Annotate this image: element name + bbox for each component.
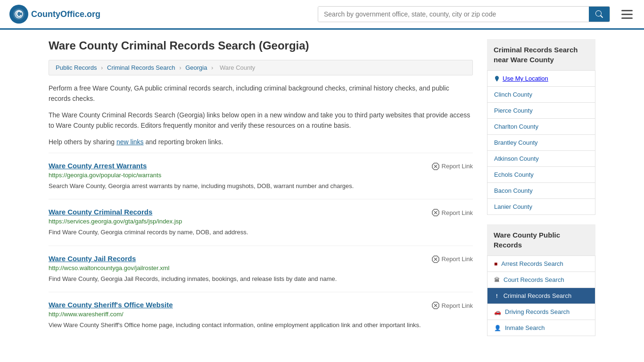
public-record-link[interactable]: Criminal Records Search: [504, 292, 572, 299]
public-records-list: ■Arrest Records Search🏛Court Records Sea…: [487, 255, 595, 336]
record-item: Ware County Criminal Records Report Link…: [49, 199, 473, 246]
breadcrumb-separator: ›: [101, 64, 103, 71]
nearby-county-link[interactable]: Clinch County: [494, 91, 532, 98]
octagon-icon: [432, 255, 439, 263]
records-container: Ware County Arrest Warrants Report Link …: [49, 153, 473, 338]
use-my-location[interactable]: Use My Location: [487, 70, 595, 86]
record-item: Ware County Arrest Warrants Report Link …: [49, 153, 473, 199]
record-desc: Search Ware County, Georgia arrest warra…: [49, 181, 473, 191]
description-3-text: Help others by sharing: [49, 138, 115, 146]
search-icon: [595, 10, 603, 18]
menu-icon-line: [621, 10, 633, 11]
nearby-county-link[interactable]: Lanier County: [494, 203, 532, 210]
nearby-county-item: Echols County: [487, 167, 595, 183]
nearby-county-link[interactable]: Pierce County: [494, 107, 533, 114]
logo-icon: C: [9, 5, 28, 24]
sidebar: Criminal Records Search near Ware County…: [487, 39, 595, 338]
nearby-county-link[interactable]: Atkinson County: [494, 155, 539, 162]
report-label: Report Link: [442, 255, 473, 263]
nearby-section-title: Criminal Records Search near Ware County: [494, 46, 578, 64]
nearby-county-link[interactable]: Bacon County: [494, 187, 533, 194]
menu-icon-line: [621, 17, 633, 19]
record-url: https://georgia.gov/popular-topic/warran…: [49, 172, 473, 179]
record-title[interactable]: Ware County Sheriff's Office Website: [49, 301, 173, 309]
description-2: The Ware County Criminal Records Search …: [49, 110, 473, 131]
nearby-county-link[interactable]: Echols County: [494, 171, 534, 178]
nearby-county-item: Lanier County: [487, 199, 595, 214]
breadcrumb-public-records[interactable]: Public Records: [56, 64, 97, 71]
octagon-icon: [432, 163, 439, 170]
nearby-county-link[interactable]: Brantley County: [494, 139, 538, 146]
record-title[interactable]: Ware County Criminal Records: [49, 208, 152, 216]
record-header: Ware County Sheriff's Office Website Rep…: [49, 301, 473, 311]
breadcrumb-current: Ware County: [220, 64, 255, 71]
record-url: http://www.waresheriff.com/: [49, 311, 473, 318]
public-record-link[interactable]: Driving Records Search: [505, 308, 570, 315]
record-title[interactable]: Ware County Jail Records: [49, 255, 136, 263]
public-record-link[interactable]: Court Records Search: [504, 276, 564, 283]
arrest-icon: ■: [494, 261, 497, 267]
public-record-item[interactable]: 🏛Court Records Search: [487, 272, 595, 288]
description-3: Help others by sharing new links and rep…: [49, 137, 473, 147]
public-record-item[interactable]: !Criminal Records Search: [487, 288, 595, 304]
use-location-link[interactable]: Use My Location: [503, 75, 548, 82]
new-links-link[interactable]: new links: [116, 138, 144, 146]
record-desc: View Ware County Sheriff's Office home p…: [49, 321, 473, 330]
search-button[interactable]: [589, 7, 610, 22]
report-label: Report Link: [442, 163, 473, 170]
nearby-section-header: Criminal Records Search near Ware County: [487, 39, 595, 70]
criminal-icon: !: [494, 293, 500, 299]
record-header: Ware County Criminal Records Report Link: [49, 208, 473, 218]
octagon-icon: [432, 209, 439, 216]
nearby-county-item: Pierce County: [487, 103, 595, 119]
description-1: Perform a free Ware County, GA public cr…: [49, 83, 473, 104]
driving-icon: 🚗: [494, 309, 501, 315]
court-icon: 🏛: [494, 277, 500, 283]
record-url: https://services.georgia.gov/gta/gafs/js…: [49, 218, 473, 225]
breadcrumb: Public Records › Criminal Records Search…: [49, 60, 473, 75]
public-records-title: Ware County Public Records: [494, 231, 560, 249]
description-3b-text: and reporting broken links.: [145, 138, 223, 146]
report-link-button[interactable]: Report Link: [432, 255, 473, 263]
record-url: http://wcso.waltoncountyga.gov/jailroste…: [49, 264, 473, 272]
breadcrumb-separator: ›: [211, 64, 213, 71]
record-header: Ware County Arrest Warrants Report Link: [49, 162, 473, 172]
nearby-county-item: Charlton County: [487, 119, 595, 135]
search-bar: [318, 6, 610, 22]
menu-button[interactable]: [619, 8, 635, 21]
nearby-county-item: Atkinson County: [487, 151, 595, 167]
nearby-county-item: Brantley County: [487, 135, 595, 151]
menu-icon-line: [621, 14, 633, 15]
report-link-button[interactable]: Report Link: [432, 162, 473, 170]
page-title: Ware County Criminal Records Search (Geo…: [49, 39, 473, 52]
public-record-item[interactable]: 🚗Driving Records Search: [487, 304, 595, 320]
search-input[interactable]: [318, 7, 589, 22]
breadcrumb-criminal-records[interactable]: Criminal Records Search: [107, 64, 175, 71]
nearby-county-item: Bacon County: [487, 183, 595, 199]
record-item: Ware County Jail Records Report Link htt…: [49, 246, 473, 292]
record-desc: Find Ware County, Georgia Jail Records, …: [49, 274, 473, 284]
record-item: Ware County Sheriff's Office Website Rep…: [49, 292, 473, 338]
public-records-section-header: Ware County Public Records: [487, 224, 595, 255]
record-title[interactable]: Ware County Arrest Warrants: [49, 162, 147, 170]
nearby-county-item: Clinch County: [487, 87, 595, 103]
main-content: Ware County Criminal Records Search (Geo…: [49, 39, 473, 338]
nearby-counties-list: Clinch CountyPierce CountyCharlton Count…: [487, 86, 595, 215]
public-record-item[interactable]: 👤Inmate Search: [487, 320, 595, 336]
breadcrumb-separator: ›: [179, 64, 181, 71]
report-link-button[interactable]: Report Link: [432, 301, 473, 309]
logo-link[interactable]: C CountyOffice.org: [9, 5, 100, 24]
octagon-icon: [432, 302, 439, 309]
public-record-link[interactable]: Arrest Records Search: [501, 260, 563, 267]
record-header: Ware County Jail Records Report Link: [49, 255, 473, 264]
location-icon: [494, 76, 500, 82]
record-desc: Find Ware County, Georgia criminal recor…: [49, 228, 473, 237]
breadcrumb-georgia[interactable]: Georgia: [185, 64, 207, 71]
report-label: Report Link: [442, 302, 473, 309]
public-record-item[interactable]: ■Arrest Records Search: [487, 256, 595, 272]
public-record-link[interactable]: Inmate Search: [505, 324, 545, 331]
report-label: Report Link: [442, 209, 473, 216]
nearby-county-link[interactable]: Charlton County: [494, 123, 538, 130]
logo-text: CountyOffice.org: [31, 9, 100, 19]
report-link-button[interactable]: Report Link: [432, 208, 473, 216]
